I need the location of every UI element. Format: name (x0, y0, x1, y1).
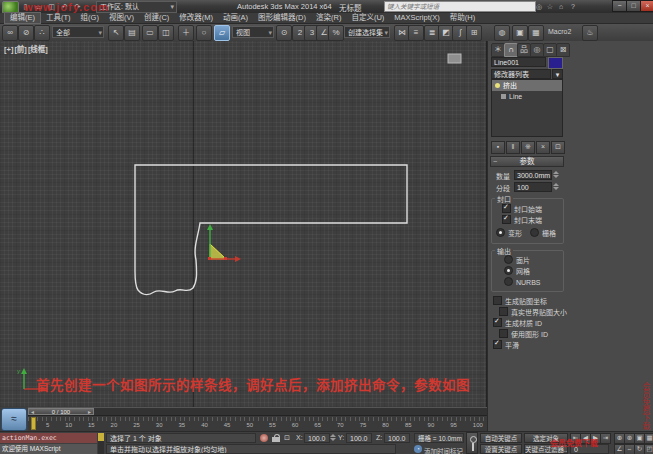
modifier-list-arrow[interactable]: ▾ (552, 69, 563, 79)
viewport-shading-menu[interactable]: [线框] (28, 45, 48, 54)
maximize-button[interactable]: □ (626, 0, 641, 12)
select-rotate-icon[interactable]: ○ (196, 25, 212, 41)
select-scale-icon[interactable]: ▱ (214, 25, 230, 41)
isolate-selection-icon[interactable] (260, 434, 268, 442)
minimize-button[interactable]: − (612, 0, 627, 12)
menu-item[interactable]: 修改器(M) (174, 13, 218, 23)
front-viewport[interactable]: [+][前][线框] x (0, 41, 487, 407)
modifier-bulb-icon[interactable] (495, 83, 500, 88)
morph-radio[interactable]: 变形 (496, 228, 522, 238)
y-coordinate-field[interactable]: 100.0 (346, 433, 372, 443)
schematic-view-icon[interactable]: ⊞ (466, 25, 482, 41)
menu-item[interactable]: 帮助(H) (445, 13, 480, 23)
select-object-icon[interactable]: ↖ (108, 25, 124, 41)
segments-field[interactable]: 100 (514, 182, 552, 192)
object-name-field[interactable]: Line001 (491, 57, 546, 67)
named-selection-sets-dropdown[interactable]: 创建选择集 ▾ (344, 26, 390, 38)
tab-display[interactable]: ▢ (543, 43, 557, 57)
home-icon[interactable]: ⌂ (556, 2, 566, 11)
selection-filter-dropdown[interactable]: 全部 ▾ (52, 26, 104, 38)
material-editor-icon[interactable]: ◍ (494, 25, 510, 41)
tab-motion[interactable]: ◎ (530, 43, 544, 57)
parameters-rollout-header[interactable]: − 参数 (490, 156, 564, 167)
reference-coordinate-dropdown[interactable]: 视图 ▾ (232, 26, 274, 38)
percent-snap-icon[interactable]: % (328, 25, 344, 41)
x-spinner[interactable] (330, 433, 335, 442)
viewport-pov-menu[interactable]: [前] (14, 45, 27, 54)
pin-stack-button[interactable]: ▪ (491, 141, 505, 154)
segments-spinner[interactable] (553, 182, 558, 191)
menu-item[interactable]: 动画(A) (218, 13, 253, 23)
select-move-icon[interactable]: ＋ (178, 25, 194, 41)
stack-item-line[interactable]: Line (492, 91, 562, 102)
rendered-frame-icon[interactable]: ▦ (528, 25, 544, 41)
object-color-swatch[interactable] (548, 57, 563, 69)
menu-item[interactable]: MAXScript(X) (389, 13, 444, 23)
align-icon[interactable]: ≡ (408, 25, 424, 41)
search-input[interactable] (384, 1, 536, 12)
track-bar[interactable]: 5101520253035404550556065707580859095100 (28, 415, 487, 431)
menu-item[interactable]: 视图(V) (104, 13, 139, 23)
show-end-result-button[interactable]: ‖ (506, 141, 520, 154)
favorites-star-icon[interactable]: ☆ (545, 2, 555, 11)
absolute-mode-icon[interactable]: ⊡ (284, 434, 290, 442)
maxscript-listener-line1[interactable]: actionMan.exec (0, 433, 97, 443)
maximize-viewport-icon[interactable]: ◰ (644, 444, 653, 454)
patch-radio[interactable]: 面片 (504, 255, 530, 265)
real-world-map-checkbox[interactable]: 真实世界贴图大小 (499, 307, 567, 317)
cap-start-checkbox[interactable]: 封口始端 (502, 204, 542, 214)
modifier-stack[interactable]: 挤出 Line (491, 79, 563, 137)
window-crossing-icon[interactable]: ◫ (158, 25, 174, 41)
generate-mapping-checkbox[interactable]: 生成贴图坐标 (493, 296, 547, 306)
viewport-general-menu[interactable]: [+] (4, 45, 13, 54)
menu-item[interactable]: 渲染(R) (311, 13, 346, 23)
remove-modifier-button[interactable]: × (536, 141, 550, 154)
smooth-checkbox[interactable]: 平滑 (493, 340, 519, 350)
unlink-icon[interactable]: ⊘ (18, 25, 34, 41)
nurbs-radio[interactable]: NURBS (504, 277, 541, 286)
help-icon[interactable]: ? (568, 2, 578, 11)
zoom-extents-all-icon[interactable]: ▦ (644, 433, 653, 444)
time-slider-handle[interactable]: ◄ 0 / 100 ► (28, 408, 94, 415)
add-time-tag[interactable]: 添加时间标记 (424, 446, 463, 454)
amount-field[interactable]: 3000.0mm (514, 170, 552, 180)
grid-radio[interactable]: 栅格 (530, 228, 556, 238)
distant-object-rect[interactable] (448, 54, 461, 63)
render-production-teapot-icon[interactable]: ♨ (582, 25, 598, 41)
x-coordinate-field[interactable]: 100.0 (304, 433, 330, 443)
configure-modifier-sets-button[interactable]: ⊡ (551, 141, 565, 154)
select-by-name-icon[interactable]: ▤ (124, 25, 140, 41)
amount-spinner[interactable] (553, 170, 558, 179)
z-coordinate-field[interactable]: 100.0 (384, 433, 410, 443)
use-center-icon[interactable]: ⊙ (276, 25, 292, 41)
auto-key-button[interactable]: 自动关键点 (480, 433, 522, 443)
menu-item[interactable]: 自定义(U) (346, 13, 389, 23)
selection-lock-icon[interactable] (272, 434, 281, 443)
modifier-list-dropdown[interactable]: 修改器列表 (491, 69, 551, 79)
time-slider[interactable]: ◄ 0 / 100 ► (28, 407, 487, 415)
mini-curve-editor-button[interactable]: ≈ (1, 408, 27, 431)
menu-item[interactable]: 图形编辑器(D) (253, 13, 311, 23)
close-button[interactable]: × (640, 0, 653, 12)
extruded-spline-shape[interactable] (135, 165, 407, 294)
listener-scrollbar[interactable] (98, 433, 104, 454)
set-key-mode-button[interactable]: 设置关键点 (480, 444, 522, 454)
render-setup-icon[interactable]: ▣ (512, 25, 528, 41)
menu-item[interactable]: 工具(T) (41, 13, 76, 23)
viewport-canvas[interactable]: x y (0, 41, 487, 407)
tab-utilities[interactable]: ⊠ (556, 43, 570, 57)
cap-end-checkbox[interactable]: 封口末端 (502, 215, 542, 225)
search-communities-icon[interactable]: ◎ (534, 2, 544, 11)
make-unique-button[interactable]: ※ (521, 141, 535, 154)
set-key-button[interactable] (466, 432, 478, 454)
generate-material-id-checkbox[interactable]: 生成材质 ID (493, 318, 542, 328)
menu-item[interactable]: 组(G) (76, 13, 104, 23)
menu-item[interactable]: 编辑(E) (4, 12, 41, 24)
tab-modify[interactable]: ∩ (504, 43, 518, 57)
current-frame-marker[interactable] (31, 417, 36, 430)
menu-item[interactable]: 创建(C) (139, 13, 174, 23)
tab-hierarchy[interactable]: 品 (517, 43, 531, 57)
select-link-icon[interactable]: ∞ (2, 25, 18, 41)
tab-create[interactable]: ＊ (491, 43, 505, 57)
rectangular-region-icon[interactable]: ▭ (142, 25, 158, 41)
